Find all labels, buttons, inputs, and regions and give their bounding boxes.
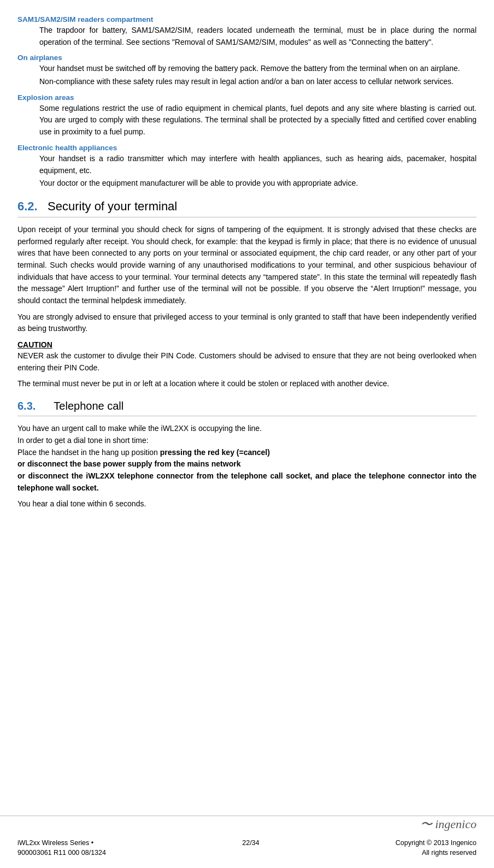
sam-body-text: The trapdoor for battery, SAM1/SAM2/SIM,…: [39, 25, 477, 48]
explosion-body-text: Some regulations restrict the use of rad…: [39, 103, 477, 138]
section-62-number: 6.2.: [17, 199, 38, 213]
health-body: Your handset is a radio transmitter whic…: [39, 153, 477, 190]
section-63: 6.3. Telephone call You have an urgent c…: [17, 400, 477, 510]
section-62-para-1: Upon receipt of your terminal you should…: [17, 224, 477, 307]
section-62-divider: [17, 217, 477, 217]
caution-para-1: NEVER ask the customer to divulge their …: [17, 350, 477, 374]
ingenico-logo: [17, 816, 477, 832]
section-63-heading: 6.3. Telephone call: [17, 400, 477, 412]
health-body-text-1: Your handset is a radio transmitter whic…: [39, 153, 477, 176]
airplanes-heading: On airplanes: [17, 54, 477, 62]
caution-para-2: The terminal must never be put in or lef…: [17, 378, 477, 390]
health-section: Electronic health appliances Your handse…: [17, 144, 477, 190]
section-63-number: 6.3.: [17, 400, 36, 412]
footer-left-line2: 900003061 R11 000 08/1324: [17, 848, 106, 858]
footer-copyright: Copyright © 2013 Ingenico: [396, 838, 477, 848]
footer-center: 22/34: [242, 838, 259, 848]
airplanes-body-text-1: Your handset must be switched off by rem…: [39, 63, 477, 75]
explosion-section: Explosion areas Some regulations restric…: [17, 93, 477, 138]
section-62-para-2: You are strongly advised to ensure that …: [17, 311, 477, 335]
phone-final: You hear a dial tone within 6 seconds.: [17, 498, 477, 510]
caution-heading: CAUTION: [17, 340, 477, 349]
footer: iWL2xx Wireless Series • 900003061 R11 0…: [0, 816, 494, 859]
health-body-text-2: Your doctor or the equipment manufacture…: [39, 178, 477, 190]
footer-inner: iWL2xx Wireless Series • 900003061 R11 0…: [17, 835, 477, 859]
phone-para-1: You have an urgent call to make while th…: [17, 423, 477, 435]
section-62: 6.2. Security of your terminal Upon rece…: [17, 199, 477, 390]
sam-heading: SAM1/SAM2/SIM readers compartment: [17, 15, 477, 23]
section-62-heading: 6.2. Security of your terminal: [17, 199, 477, 214]
explosion-heading: Explosion areas: [17, 93, 477, 102]
footer-rights: All rights reserved: [396, 848, 477, 858]
phone-para-3: Place the handset in the hang up positio…: [17, 447, 477, 459]
explosion-body: Some regulations restrict the use of rad…: [39, 103, 477, 138]
phone-bold-2: or disconnect the iWL2XX telephone conne…: [17, 470, 477, 494]
airplanes-section: On airplanes Your handset must be switch…: [17, 54, 477, 87]
health-heading: Electronic health appliances: [17, 144, 477, 152]
footer-page: 22/34: [242, 838, 259, 848]
airplanes-body: Your handset must be switched off by rem…: [39, 63, 477, 87]
section-63-divider: [17, 416, 477, 416]
phone-bold-1: or disconnect the base power supply from…: [17, 458, 477, 470]
phone-para-2: In order to get a dial tone in short tim…: [17, 435, 477, 447]
footer-left-line1: iWL2xx Wireless Series •: [17, 838, 106, 848]
airplanes-body-text-2: Non-compliance with these safety rules m…: [39, 76, 477, 88]
footer-left: iWL2xx Wireless Series • 900003061 R11 0…: [17, 838, 106, 859]
sam-section: SAM1/SAM2/SIM readers compartment The tr…: [17, 15, 477, 48]
section-63-title: Telephone call: [54, 400, 124, 412]
footer-right: Copyright © 2013 Ingenico All rights res…: [396, 838, 477, 859]
section-62-title: Security of your terminal: [48, 199, 177, 213]
page-content: SAM1/SAM2/SIM readers compartment The tr…: [0, 0, 494, 558]
phone-section: You have an urgent call to make while th…: [17, 423, 477, 510]
sam-body: The trapdoor for battery, SAM1/SAM2/SIM,…: [39, 25, 477, 48]
